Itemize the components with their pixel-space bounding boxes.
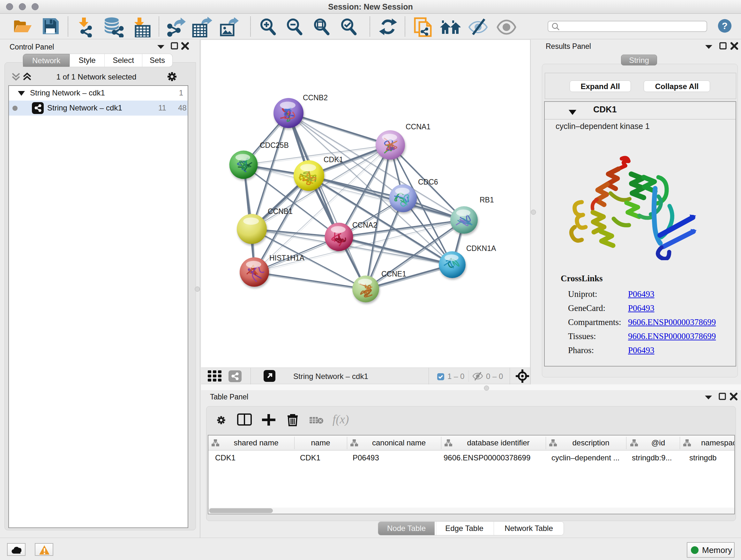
- svg-text:CCNB1: CCNB1: [268, 207, 293, 215]
- svg-text:CDKN1A: CDKN1A: [466, 244, 496, 253]
- svg-text:CCNE1: CCNE1: [381, 270, 406, 278]
- svg-text:CCNA2: CCNA2: [352, 221, 377, 229]
- svg-text:CCNA1: CCNA1: [406, 123, 430, 131]
- svg-text:CDC25B: CDC25B: [260, 141, 289, 149]
- svg-text:CCNB2: CCNB2: [303, 94, 328, 102]
- svg-text:RB1: RB1: [480, 196, 494, 204]
- svg-text:CDC6: CDC6: [418, 178, 438, 186]
- svg-text:CDK1: CDK1: [324, 155, 343, 164]
- svg-text:?: ?: [722, 20, 728, 31]
- svg-text:HIST1H1A: HIST1H1A: [269, 254, 305, 262]
